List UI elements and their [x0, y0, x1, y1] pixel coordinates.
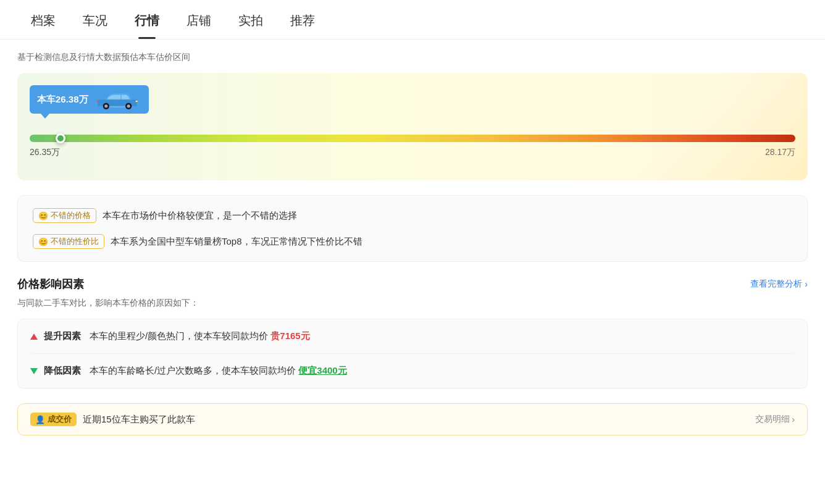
price-factors-header: 价格影响因素 查看完整分析 › [17, 277, 808, 292]
tag-badge-price: 😊 不错的价格 [33, 208, 96, 223]
nav-item-实拍[interactable]: 实拍 [225, 0, 277, 39]
price-factors-title: 价格影响因素 [17, 277, 84, 292]
nav-item-行情[interactable]: 行情 [121, 0, 173, 39]
tag-emoji-2: 😊 [38, 237, 48, 246]
page-wrapper: 档案 车况 行情 店铺 实拍 推荐 基于检测信息及行情大数据预估本车估价区间 本… [0, 0, 825, 504]
transaction-description: 近期15位车主购买了此款车 [83, 414, 195, 426]
factor-row-up: 提升因素 本车的里程少/颜色热门，使本车较同款均价 贵7165元 [30, 319, 795, 354]
nav-item-档案[interactable]: 档案 [17, 0, 69, 39]
chevron-right-icon: › [805, 279, 808, 289]
main-content: 基于检测信息及行情大数据预估本车估价区间 本车26.38万 [0, 40, 825, 448]
factor-desc-down: 本车的车龄略长/过户次数略多，使本车较同款均价 便宜3400元 [90, 365, 347, 377]
svg-point-3 [104, 104, 107, 107]
tags-section: 😊 不错的价格 本车在市场价中价格较便宜，是一个不错的选择 😊 不错的性价比 本… [17, 195, 808, 262]
factor-desc-up: 本车的里程少/颜色热门，使本车较同款均价 贵7165元 [90, 330, 310, 342]
svg-rect-6 [135, 101, 138, 103]
tag-row-value: 😊 不错的性价比 本车系为全国中型车销量榜Top8，车况正常情况下性价比不错 [33, 234, 792, 249]
gauge-track [30, 135, 795, 142]
factor-row-down: 降低因素 本车的车龄略长/过户次数略多，使本车较同款均价 便宜3400元 [30, 354, 795, 388]
tag-desc-price: 本车在市场价中价格较便宜，是一个不错的选择 [103, 208, 297, 223]
transaction-left: 👤 成交价 近期15位车主购买了此款车 [30, 413, 195, 426]
transaction-badge-icon: 👤 [35, 415, 45, 424]
gauge-track-wrapper [30, 135, 795, 142]
factor-price-down: 便宜3400元 [298, 365, 346, 376]
price-factors-subtitle: 与同款二手车对比，影响本车价格的原因如下： [17, 298, 808, 309]
tag-badge-value: 😊 不错的性价比 [33, 234, 104, 249]
tag-emoji-1: 😊 [38, 211, 48, 220]
svg-rect-7 [96, 101, 98, 103]
gauge-max-price: 28.17万 [765, 147, 795, 158]
transaction-row: 👤 成交价 近期15位车主购买了此款车 交易明细 › [17, 403, 808, 435]
arrow-up-icon [30, 334, 38, 340]
tag-row-price: 😊 不错的价格 本车在市场价中价格较便宜，是一个不错的选择 [33, 208, 792, 223]
view-full-analysis-link[interactable]: 查看完整分析 › [750, 279, 808, 290]
factor-label-up: 提升因素 [44, 330, 81, 342]
nav-bar: 档案 车况 行情 店铺 实拍 推荐 [0, 0, 825, 40]
svg-point-5 [127, 104, 130, 107]
header-subtitle: 基于检测信息及行情大数据预估本车估价区间 [17, 52, 808, 63]
gauge-dot [56, 133, 65, 143]
price-gauge-container: 本车26.38万 [17, 73, 808, 180]
factor-label-down: 降低因素 [44, 365, 81, 377]
transaction-chevron-icon: › [792, 414, 795, 424]
nav-item-车况[interactable]: 车况 [69, 0, 121, 39]
nav-item-店铺[interactable]: 店铺 [173, 0, 225, 39]
factor-price-up: 贵7165元 [270, 330, 309, 341]
transaction-detail-link[interactable]: 交易明细 › [755, 414, 795, 425]
car-price-label: 本车26.38万 [30, 85, 149, 114]
gauge-labels: 26.35万 28.17万 [30, 147, 795, 158]
arrow-down-icon [30, 368, 38, 374]
car-icon [93, 88, 141, 111]
gauge-min-price: 26.35万 [30, 147, 60, 158]
nav-item-推荐[interactable]: 推荐 [277, 0, 329, 39]
factor-section: 提升因素 本车的里程少/颜色热门，使本车较同款均价 贵7165元 降低因素 本车… [17, 319, 808, 388]
tag-desc-value: 本车系为全国中型车销量榜Top8，车况正常情况下性价比不错 [111, 234, 362, 249]
transaction-badge: 👤 成交价 [30, 413, 77, 426]
